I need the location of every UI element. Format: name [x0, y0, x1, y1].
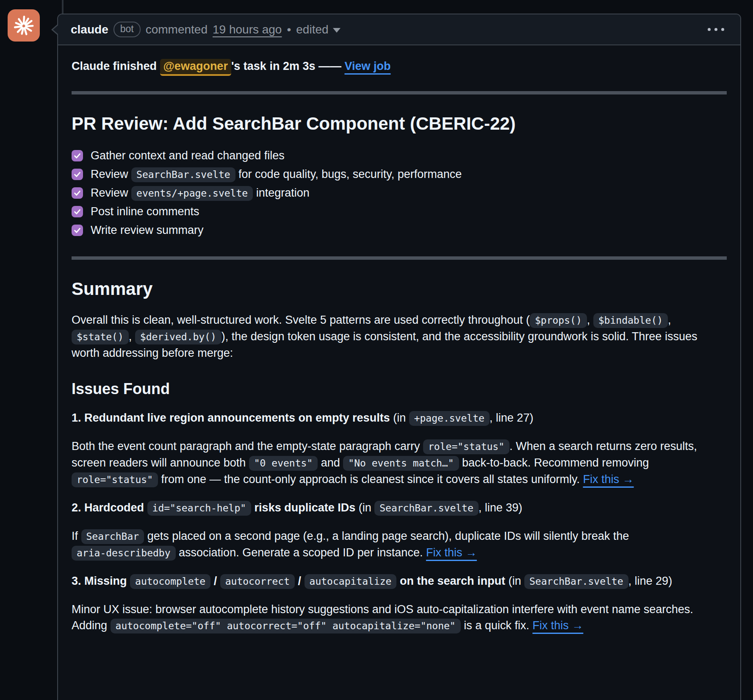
- inline-code: $derived.by(): [135, 330, 221, 344]
- inline-code: "No events match…": [343, 456, 459, 471]
- inline-code: autocorrect: [220, 574, 295, 589]
- edited-dropdown[interactable]: edited: [296, 23, 340, 36]
- issue-2-body: If SearchBar gets placed on a second pag…: [72, 528, 727, 561]
- inline-code: +page.svelte: [409, 411, 490, 426]
- checked-checkbox-icon[interactable]: [72, 150, 83, 161]
- task-item: Review SearchBar.svelte for code quality…: [72, 165, 727, 183]
- task-item: Post inline comments: [72, 202, 727, 221]
- action-label: commented: [146, 23, 208, 36]
- issue-2-title: 2. Hardcoded id="search-help" risks dupl…: [72, 500, 727, 516]
- inline-code: id="search-help": [147, 501, 252, 516]
- bot-badge: bot: [114, 22, 141, 37]
- task-item: Write review summary: [72, 221, 727, 239]
- inline-code: aria-describedby: [72, 546, 176, 561]
- summary-heading: Summary: [72, 278, 727, 300]
- inline-code: $state(): [72, 330, 129, 344]
- inline-code: role="status": [423, 439, 509, 454]
- user-mention[interactable]: @ewagoner: [160, 59, 231, 76]
- issue-1-title: 1. Redundant live region announcements o…: [72, 410, 727, 426]
- job-status-line: Claude finished @ewagoner's task in 2m 3…: [72, 58, 727, 74]
- issues-heading: Issues Found: [72, 380, 727, 398]
- checked-checkbox-icon[interactable]: [72, 225, 83, 236]
- issue-1-body: Both the event count paragraph and the e…: [72, 438, 727, 488]
- task-item: Gather context and read changed files: [72, 146, 727, 165]
- kebab-menu-button[interactable]: [704, 25, 728, 34]
- divider: [72, 91, 727, 94]
- inline-code: autocomplete="off" autocorrect="off" aut…: [111, 619, 461, 633]
- issue-3-body: Minor UX issue: browser autocomplete his…: [72, 601, 727, 634]
- task-item-label: Review SearchBar.svelte for code quality…: [91, 166, 462, 183]
- inline-link[interactable]: View job: [344, 60, 390, 72]
- comment-header: claude bot commented 19 hours ago • edit…: [58, 14, 740, 45]
- timeline-connector-line: [62, 0, 64, 14]
- inline-code: "0 events": [249, 456, 318, 471]
- divider: [72, 256, 727, 260]
- timestamp-link[interactable]: 19 hours ago: [213, 23, 282, 36]
- task-item-label: Post inline comments: [91, 203, 199, 219]
- inline-code: SearchBar.svelte: [131, 167, 235, 182]
- summary-paragraph: Overall this is clean, well-structured w…: [72, 312, 727, 361]
- inline-code: $bindable(): [593, 313, 668, 328]
- task-item-label: Gather context and read changed files: [91, 147, 285, 164]
- claude-bot-avatar[interactable]: [8, 9, 40, 42]
- inline-link[interactable]: Fix this →: [583, 473, 634, 486]
- kebab-menu-icon: [708, 28, 711, 31]
- review-title: PR Review: Add SearchBar Component (CBER…: [72, 113, 727, 134]
- task-checklist: Gather context and read changed files Re…: [72, 146, 727, 239]
- separator-dot: •: [287, 23, 291, 36]
- inline-code: role="status": [72, 472, 158, 487]
- task-item: Review events/+page.svelte integration: [72, 183, 727, 202]
- comment-card: claude bot commented 19 hours ago • edit…: [57, 14, 741, 700]
- inline-code: $props(): [530, 313, 587, 328]
- claude-starburst-icon: [11, 13, 36, 38]
- checked-checkbox-icon[interactable]: [72, 206, 83, 217]
- checked-checkbox-icon[interactable]: [72, 187, 83, 199]
- inline-code: SearchBar: [81, 529, 144, 544]
- inline-code: autocomplete: [130, 574, 210, 589]
- task-item-label: Write review summary: [91, 222, 204, 238]
- inline-code: events/+page.svelte: [131, 186, 253, 201]
- inline-code: SearchBar.svelte: [524, 574, 628, 589]
- issue-3-title: 3. Missing autocomplete / autocorrect / …: [72, 573, 727, 589]
- inline-code: autocapitalize: [305, 574, 397, 589]
- comment-body: Claude finished @ewagoner's task in 2m 3…: [58, 45, 740, 658]
- caret-down-icon: [333, 28, 341, 33]
- task-item-label: Review events/+page.svelte integration: [91, 185, 310, 201]
- checked-checkbox-icon[interactable]: [72, 169, 83, 180]
- inline-link[interactable]: Fix this →: [426, 546, 477, 559]
- inline-link[interactable]: Fix this →: [532, 619, 583, 632]
- author-name[interactable]: claude: [71, 23, 108, 36]
- edited-label: edited: [296, 23, 328, 36]
- inline-code: SearchBar.svelte: [374, 501, 479, 516]
